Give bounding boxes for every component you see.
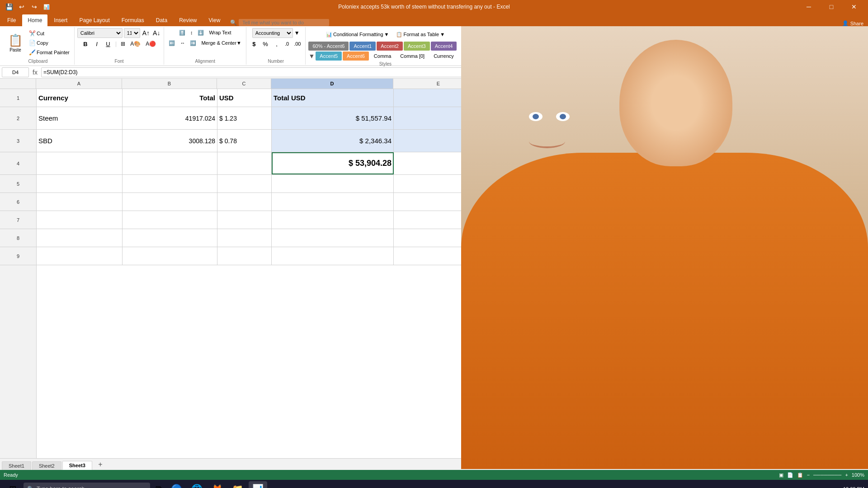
cell-D2[interactable]: $ 51,557.94 <box>272 107 394 129</box>
cell-E1[interactable] <box>394 89 484 107</box>
tab-view[interactable]: View <box>203 14 226 26</box>
cell-D1[interactable]: Total USD <box>272 89 394 107</box>
styles-expand-icon[interactable]: ▼ <box>308 52 315 60</box>
accent2-style[interactable]: Accent2 <box>377 42 403 51</box>
row-header-3[interactable]: 3 <box>0 130 36 152</box>
tab-data[interactable]: Data <box>151 14 173 26</box>
align-bottom-button[interactable]: ⬇️ <box>196 28 206 37</box>
start-button[interactable]: ⊞ <box>4 481 22 488</box>
cell-F9[interactable] <box>484 247 868 265</box>
cell-E5[interactable] <box>394 175 484 192</box>
row-header-1[interactable]: 1 <box>0 89 36 107</box>
align-left-button[interactable]: ⬅️ <box>167 38 177 47</box>
cell-D6[interactable] <box>272 193 394 211</box>
tab-page-layout[interactable]: Page Layout <box>74 14 115 26</box>
dollar-button[interactable]: $ <box>249 39 259 48</box>
redo-icon[interactable]: ↪ <box>29 1 40 12</box>
format-cells-button[interactable]: 🔧 Format <box>505 30 525 56</box>
cell-F1[interactable] <box>484 89 868 107</box>
tab-formulas[interactable]: Formulas <box>116 14 150 26</box>
zoom-slider[interactable]: ──────── <box>813 472 841 478</box>
view-page-break-icon[interactable]: 📋 <box>797 472 803 478</box>
cell-B4[interactable] <box>123 152 217 174</box>
comma-button[interactable]: , <box>272 39 282 48</box>
cell-C5[interactable] <box>217 175 272 192</box>
cell-A1[interactable]: Currency <box>37 89 123 107</box>
cell-B5[interactable] <box>123 175 217 192</box>
copy-button[interactable]: 📄 Copy <box>27 39 71 47</box>
number-format-expand-icon[interactable]: ▼ <box>294 30 300 36</box>
cell-F6[interactable] <box>484 193 868 211</box>
bold-button[interactable]: B <box>80 39 90 48</box>
cell-F2[interactable] <box>484 107 868 129</box>
cell-F4[interactable] <box>484 152 868 174</box>
currency-style[interactable]: Currency <box>429 52 458 61</box>
accent60-style[interactable]: 60% - Accent6 <box>308 42 349 51</box>
tell-me-input[interactable] <box>239 19 329 26</box>
minimize-button[interactable]: ─ <box>798 0 819 14</box>
row-header-6[interactable]: 6 <box>0 193 36 211</box>
font-name-select[interactable]: Calibri <box>77 28 123 38</box>
italic-button[interactable]: I <box>92 39 102 48</box>
format-painter-button[interactable]: 🖌️ Format Painter <box>27 48 71 56</box>
cell-B1[interactable]: Total <box>123 89 217 107</box>
fill-color-button[interactable]: A🎨 <box>128 39 142 48</box>
taskbar-files[interactable]: 📁 <box>228 481 247 488</box>
taskbar-search[interactable]: 🔍 Type here to search <box>24 483 150 488</box>
underline-button[interactable]: U <box>103 39 113 48</box>
format-as-table-button[interactable]: 📋 Format as Table▼ <box>393 28 448 41</box>
merge-center-button[interactable]: Merge & Center▼ <box>199 38 243 47</box>
insert-cells-button[interactable]: ➕ Insert <box>468 30 485 56</box>
sheet-tab-1[interactable]: Sheet1 <box>2 461 31 470</box>
cell-A2[interactable]: Steem <box>37 107 123 129</box>
col-header-C[interactable]: C <box>217 79 271 89</box>
tab-file[interactable]: File <box>2 14 21 26</box>
cell-D5[interactable] <box>272 175 394 192</box>
col-header-D[interactable]: D <box>271 79 393 89</box>
accent4-style[interactable]: Accent4 <box>431 42 457 51</box>
paste-button[interactable]: 📋 Paste <box>5 29 26 56</box>
sheet-tab-2[interactable]: Sheet2 <box>32 461 61 470</box>
maximize-button[interactable]: □ <box>821 0 842 14</box>
col-header-F[interactable]: F <box>484 79 868 89</box>
close-button[interactable]: ✕ <box>844 0 864 14</box>
cell-C2[interactable]: $ 1.23 <box>217 107 272 129</box>
cell-A7[interactable] <box>37 211 123 229</box>
cell-F3[interactable] <box>484 130 868 152</box>
tab-insert[interactable]: Insert <box>48 14 73 26</box>
comma0-style[interactable]: Comma [0] <box>396 52 429 61</box>
cell-D9[interactable] <box>272 247 394 265</box>
row-header-7[interactable]: 7 <box>0 211 36 229</box>
align-right-button[interactable]: ➡️ <box>188 38 198 47</box>
view-normal-icon[interactable]: ▣ <box>779 472 783 478</box>
cell-D8[interactable] <box>272 229 394 247</box>
cell-B8[interactable] <box>123 229 217 247</box>
conditional-formatting-button[interactable]: 📊 Conditional Formatting▼ <box>323 28 392 41</box>
task-view-button[interactable]: ⧉ <box>152 481 165 488</box>
wrap-text-button[interactable]: Wrap Text <box>207 28 233 37</box>
zoom-in-icon[interactable]: + <box>845 472 848 478</box>
cell-E8[interactable] <box>394 229 484 247</box>
cell-C7[interactable] <box>217 211 272 229</box>
row-header-4[interactable]: 4 <box>0 152 36 175</box>
cell-E2[interactable] <box>394 107 484 129</box>
taskbar-firefox[interactable]: 🦊 <box>208 481 226 488</box>
cell-B2[interactable]: 41917.024 <box>123 107 217 129</box>
cell-A6[interactable] <box>37 193 123 211</box>
border-button[interactable]: ⊞ <box>119 39 127 48</box>
clear-button[interactable]: 🧹 Clear▼ <box>540 48 566 57</box>
align-top-button[interactable]: ⬆️ <box>177 28 187 37</box>
cell-A4[interactable] <box>37 152 123 174</box>
fill-button[interactable]: ⬇ Fill▼ <box>543 38 562 47</box>
font-color-button[interactable]: A🔴 <box>144 39 158 48</box>
cell-F5[interactable] <box>484 175 868 192</box>
cell-D3[interactable]: $ 2,346.34 <box>272 130 394 152</box>
cell-E9[interactable] <box>394 247 484 265</box>
cut-button[interactable]: ✂️ Cut <box>27 29 71 38</box>
row-header-2[interactable]: 2 <box>0 107 36 130</box>
cell-E6[interactable] <box>394 193 484 211</box>
sort-filter-button[interactable]: 🔤 Sort & Filter▼ <box>533 58 574 67</box>
fx-button[interactable]: fx <box>31 69 39 76</box>
cell-C1[interactable]: USD <box>217 89 272 107</box>
col-header-B[interactable]: B <box>122 79 217 89</box>
